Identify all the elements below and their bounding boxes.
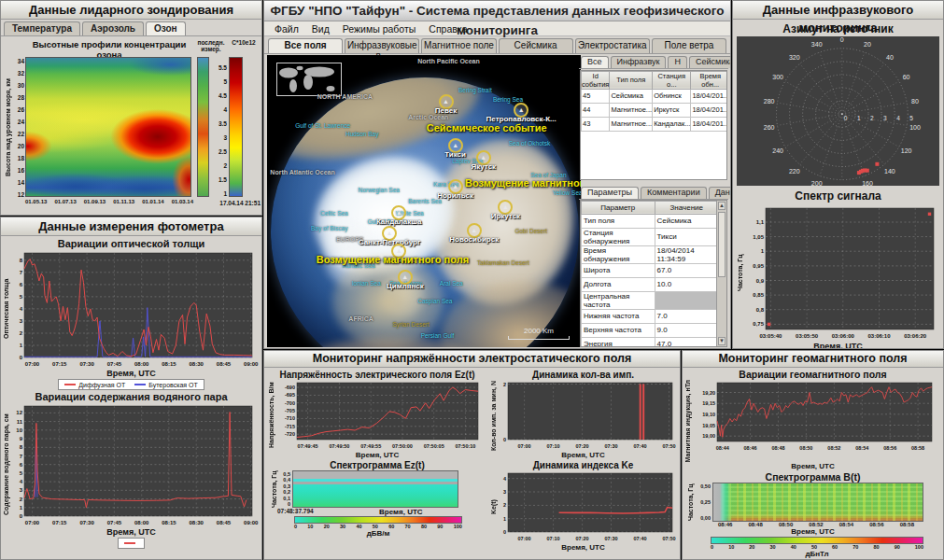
event-alert-label[interactable]: Возмущение магнитного: [465, 177, 581, 189]
table-cell[interactable]: 44: [582, 103, 610, 117]
table-row[interactable]: Энергия47.0: [582, 337, 719, 347]
table-cell[interactable]: Долгота: [582, 277, 655, 291]
table-cell[interactable]: Тип поля: [582, 214, 655, 228]
svg-text:07:50:05: 07:50:05: [424, 443, 444, 449]
svg-text:5: 5: [20, 294, 23, 300]
table-cell[interactable]: 9.0: [655, 323, 718, 337]
table-cell[interactable]: Тикси: [655, 228, 718, 245]
column-header-Время обн...[interactable]: Время обн...: [691, 71, 727, 89]
table-cell[interactable]: 10.0: [655, 277, 718, 291]
tab-Н[interactable]: Н: [668, 56, 687, 68]
menu-item-Режимы работы[interactable]: Режимы работы: [336, 23, 423, 35]
column-header-Станция о...[interactable]: Станция о...: [653, 71, 691, 89]
table-cell[interactable]: Сейсмика: [655, 214, 718, 228]
table-cell[interactable]: 18/04/201...: [691, 103, 727, 117]
table-cell[interactable]: 18/04/201...: [691, 117, 727, 131]
table-row[interactable]: Центральная частота: [582, 291, 719, 309]
optical-thickness-chart: 01234567807:0007:1507:3007:4508:0008:150…: [11, 249, 260, 369]
table-row[interactable]: Долгота10.0: [582, 277, 719, 291]
table-cell[interactable]: Нижняя частота: [582, 309, 655, 323]
map-label: Persian Gulf: [421, 332, 455, 339]
table-row[interactable]: 43Магнитное...Кандалак...18/04/201...: [582, 117, 728, 131]
svg-text:0: 0: [844, 115, 848, 121]
spectrum-xlabel: Время, UTC: [733, 342, 943, 349]
table-cell[interactable]: Обнинск: [653, 89, 691, 103]
tab-Сейсмика[interactable]: Сейсмика: [689, 56, 731, 68]
table-cell[interactable]: Энергия: [582, 337, 655, 347]
tab-Сейсмика[interactable]: Сейсмика: [499, 38, 573, 53]
svg-text:07:30: 07:30: [604, 443, 617, 449]
tab-Температура[interactable]: Температура: [4, 21, 80, 35]
table-cell[interactable]: Станция обнаружения: [582, 228, 655, 245]
table-cell[interactable]: [655, 291, 718, 309]
tick-label: 10: [307, 524, 313, 529]
table-row[interactable]: Время обнаружения18/04/2014 11:34:59: [582, 245, 719, 263]
scroll-down-arrow[interactable]: ▼: [718, 337, 726, 345]
table-cell[interactable]: 47.0: [655, 337, 718, 347]
table-cell[interactable]: Иркутск: [653, 103, 691, 117]
table-row[interactable]: Широта67.0: [582, 263, 719, 277]
tab-Комментарии[interactable]: Комментарии: [641, 187, 707, 199]
table-row[interactable]: Тип поляСейсмика: [582, 214, 719, 228]
menu-item-Вид[interactable]: Вид: [305, 23, 336, 35]
svg-text:03:06:20: 03:06:20: [904, 333, 927, 339]
tab-Электростатика[interactable]: Электростатика: [575, 38, 650, 53]
table-cell[interactable]: 18/04/2014 11:34:59: [655, 245, 718, 263]
table-row[interactable]: 44Магнитное...Иркутск18/04/201...: [582, 103, 728, 117]
table-cell[interactable]: Сейсмика: [610, 89, 653, 103]
svg-text:08:15: 08:15: [162, 520, 176, 525]
tab-Все поля[interactable]: Все поля: [268, 38, 343, 53]
map-scale-line: [508, 336, 570, 340]
tab-Инфразвуковые в...[interactable]: Инфразвуковые в...: [345, 38, 419, 53]
column-header-Id события[interactable]: Id события: [582, 71, 610, 89]
table-cell[interactable]: 18/04/201...: [691, 89, 727, 103]
table-cell[interactable]: 67.0: [655, 263, 718, 277]
table-row[interactable]: Станция обнаруженияТикси: [582, 228, 719, 245]
event-alert-label[interactable]: Возмущение магнитного поля: [317, 254, 469, 265]
params-scrollbar[interactable]: ▲ ▼: [716, 201, 726, 346]
scroll-up-arrow[interactable]: ▲: [718, 202, 726, 210]
table-row[interactable]: 45СейсмикаОбнинск18/04/201...: [582, 89, 728, 103]
scroll-thumb[interactable]: [718, 212, 726, 277]
tick-label: 2: [223, 162, 227, 169]
column-header-Значение[interactable]: Значение: [655, 201, 718, 214]
table-cell[interactable]: Центральная частота: [582, 291, 655, 309]
spectrum-chart-title: Спектр сигнала: [733, 189, 943, 203]
menu-item-Справка[interactable]: Справка: [422, 23, 473, 35]
tick-label: 01.07.13: [54, 199, 76, 204]
tab-Параметры[interactable]: Параметры: [581, 187, 639, 199]
table-row[interactable]: Нижняя частота7.0: [582, 309, 719, 323]
column-header-Параметр[interactable]: Параметр: [582, 201, 655, 214]
svg-text:60: 60: [903, 74, 910, 80]
table-cell[interactable]: Верхняя частота: [582, 323, 655, 337]
svg-text:2: 2: [20, 497, 23, 502]
table-cell[interactable]: Магнитное...: [610, 103, 653, 117]
table-cell[interactable]: 7.0: [655, 309, 718, 323]
column-header-Тип поля[interactable]: Тип поля: [610, 71, 653, 89]
table-cell[interactable]: Магнитное...: [610, 117, 653, 131]
map-label: Sea of Okhotsk: [509, 140, 550, 147]
tab-Озон[interactable]: Озон: [146, 21, 186, 35]
menu-item-Файл[interactable]: Файл: [268, 23, 305, 35]
svg-text:-715: -715: [285, 424, 295, 429]
tab-Инфразвук[interactable]: Инфразвук: [611, 56, 667, 68]
table-cell[interactable]: 45: [582, 89, 610, 103]
tab-Магнитное поле[interactable]: Магнитное поле: [421, 38, 496, 53]
table-row[interactable]: Верхняя частота9.0: [582, 323, 719, 337]
table-cell[interactable]: Широта: [582, 263, 655, 277]
svg-text:0,85: 0,85: [753, 292, 764, 298]
map-view[interactable]: North Pacific OceanNORTH AMERICABering S…: [267, 55, 581, 347]
tab-Данные[interactable]: Данные: [709, 187, 731, 199]
table-cell[interactable]: Время обнаружения: [582, 245, 655, 263]
table-cell[interactable]: 43: [582, 117, 610, 131]
tab-Аэрозоль[interactable]: Аэрозоль: [82, 21, 144, 35]
svg-text:19,20: 19,20: [702, 390, 715, 396]
tab-Все[interactable]: Все: [581, 56, 609, 68]
tab-Поле ветра[interactable]: Поле ветра: [652, 38, 726, 53]
event-alert-label[interactable]: Сейсмическое событие: [427, 122, 547, 133]
table-cell[interactable]: Кандалак...: [653, 117, 691, 131]
svg-text:0: 0: [20, 355, 23, 360]
svg-text:07:50: 07:50: [662, 536, 675, 541]
svg-text:07:50:00: 07:50:00: [392, 443, 413, 449]
svg-text:08:54: 08:54: [855, 445, 869, 451]
